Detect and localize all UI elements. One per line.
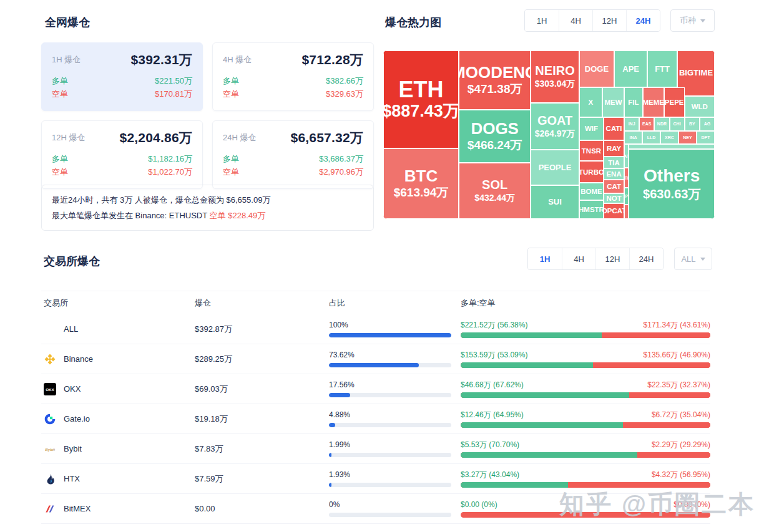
tile-symbol: DOGS bbox=[471, 119, 519, 138]
treemap-tile-ney[interactable]: NEY bbox=[678, 131, 697, 144]
treemap-tile-ti[interactable]: TI bbox=[624, 168, 629, 188]
share-percent-label: 4.88% bbox=[329, 410, 461, 419]
treemap-tile-tnsr[interactable]: TNSR bbox=[579, 140, 604, 161]
treemap-tile-wif[interactable]: WIF bbox=[579, 117, 604, 140]
liquidation-card-4h[interactable]: 4H 爆仓$712.28万多单$382.66万空单$329.63万 bbox=[212, 42, 374, 111]
liquidation-dashboard: 全网爆仓 1H 爆仓$392.31万多单$221.50万空单$170.81万4H… bbox=[0, 0, 764, 532]
exchange-tab-24h[interactable]: 24H bbox=[629, 248, 663, 269]
tile-symbol: MOODENG bbox=[459, 63, 531, 82]
long-label: 多单 bbox=[223, 74, 239, 87]
tile-symbol: BIGTIME bbox=[679, 68, 713, 78]
tile-symbol: BTC bbox=[404, 167, 438, 185]
treemap-tile-meme[interactable]: MEME bbox=[643, 87, 664, 117]
treemap-tile-neiro[interactable]: NEIRO$303.04万 bbox=[531, 51, 579, 103]
treemap-tile-eth[interactable]: ETH$887.43万 bbox=[383, 51, 459, 148]
treemap-tile-pepe[interactable]: PEPE bbox=[664, 87, 685, 117]
treemap-tile-ag[interactable]: AG bbox=[700, 117, 715, 131]
share-percent-label: 0% bbox=[329, 500, 461, 509]
summary-line2-short-amount: 空单 $228.49万 bbox=[210, 211, 266, 220]
coin-dropdown[interactable]: 币种 bbox=[670, 9, 715, 32]
table-row-htx[interactable]: HTX$7.59万1.93%$3.27万 (43.04%)$4.32万 (56.… bbox=[41, 464, 710, 494]
tile-symbol: TURBO bbox=[579, 168, 604, 177]
treemap-tile-ftt[interactable]: FTT bbox=[647, 51, 677, 87]
tile-symbol: SOL bbox=[482, 177, 507, 192]
long-amount: $46.68万 (67.62%) bbox=[461, 380, 524, 389]
short-bar-segment bbox=[623, 422, 710, 428]
table-row-bitmex[interactable]: BitMEX$0.000%$0.00 (0%)$0.00 (0%) bbox=[41, 494, 710, 524]
heatmap-tab-24h[interactable]: 24H bbox=[626, 10, 660, 31]
treemap-tile-dogs[interactable]: DOGS$466.24万 bbox=[459, 110, 531, 163]
long-short-cell: $12.46万 (64.95%)$6.72万 (35.04%) bbox=[461, 410, 710, 428]
treemap-tile-cati[interactable]: CATI bbox=[604, 117, 624, 140]
treemap-tile-chi[interactable]: CHI bbox=[670, 117, 685, 131]
share-percent-label: 100% bbox=[329, 321, 461, 329]
liquidation-card-24h[interactable]: 24H 爆仓$6,657.32万多单$3,686.37万空单$2,970.96万 bbox=[212, 120, 374, 189]
treemap-tile-ape[interactable]: APE bbox=[614, 51, 647, 87]
heatmap-tab-12h[interactable]: 12H bbox=[592, 10, 626, 31]
treemap-tile-bome[interactable]: BOME bbox=[579, 183, 604, 200]
treemap-tile-tia[interactable]: TIA bbox=[604, 157, 624, 168]
treemap-tile-doge[interactable]: DOGE bbox=[579, 51, 614, 87]
table-row-binance[interactable]: Binance$289.25万73.62%$153.59万 (53.09%)$1… bbox=[41, 344, 710, 374]
treemap-tile-filler[interactable] bbox=[629, 144, 715, 149]
treemap-tile-filler[interactable] bbox=[624, 205, 629, 219]
short-bar-segment bbox=[568, 482, 710, 488]
exchange-name: Binance bbox=[64, 354, 93, 364]
treemap-tile-xrc[interactable]: XRC bbox=[660, 131, 678, 144]
liquidation-card-1h[interactable]: 1H 爆仓$392.31万多单$221.50万空单$170.81万 bbox=[41, 42, 203, 111]
treemap-tile-turbo[interactable]: TURBO bbox=[579, 161, 604, 183]
share-cell: 100% bbox=[329, 321, 461, 337]
treemap-tile-opcat[interactable]: OPCAT bbox=[604, 203, 624, 219]
tile-symbol: EAS bbox=[642, 121, 651, 127]
share-progress-track bbox=[329, 393, 451, 397]
treemap-tile-hmstr[interactable]: HMSTR bbox=[579, 200, 604, 219]
overview-cards: 1H 爆仓$392.31万多单$221.50万空单$170.81万4H 爆仓$7… bbox=[41, 42, 374, 189]
tile-symbol: RAY bbox=[607, 144, 621, 153]
treemap-tile-wld[interactable]: WLD bbox=[685, 96, 715, 117]
treemap-tile-ina[interactable]: INA bbox=[624, 131, 642, 144]
treemap-tile-moodeng[interactable]: MOODENG$471.38万 bbox=[459, 51, 531, 110]
exchange-tab-12h[interactable]: 12H bbox=[595, 248, 629, 269]
tile-symbol: NEY bbox=[683, 135, 692, 140]
treemap-tile-not[interactable]: NOT bbox=[604, 193, 624, 203]
treemap-tile-mew[interactable]: MEW bbox=[602, 87, 624, 117]
treemap-tile-sol[interactable]: SOL$432.44万 bbox=[459, 163, 531, 219]
treemap-tile-people[interactable]: PEOPLE bbox=[531, 150, 579, 185]
exchange-filter-dropdown[interactable]: ALL bbox=[674, 248, 712, 270]
heatmap-tab-4h[interactable]: 4H bbox=[559, 10, 592, 31]
treemap-tile-lld[interactable]: LLD bbox=[642, 131, 660, 144]
tile-value: $887.43万 bbox=[383, 102, 459, 120]
treemap-tile-ena[interactable]: ENA bbox=[604, 168, 624, 180]
treemap-tile-dpt[interactable]: DPT bbox=[697, 131, 715, 144]
share-percent-label: 17.56% bbox=[329, 380, 461, 389]
table-row-bybit[interactable]: BybitBybit$7.83万1.99%$5.53万 (70.70%)$2.2… bbox=[41, 434, 710, 464]
treemap-tile-goat[interactable]: GOAT$264.97万 bbox=[531, 103, 579, 150]
exchange-tab-4h[interactable]: 4H bbox=[562, 248, 595, 269]
treemap-tile-fil[interactable]: FIL bbox=[624, 87, 643, 117]
table-row-gateio[interactable]: Gate.io$19.18万4.88%$12.46万 (64.95%)$6.72… bbox=[41, 404, 710, 434]
treemap-tile-p[interactable]: P bbox=[624, 188, 629, 205]
summary-box: 最近24小时，共有 3万 人被爆仓，爆仓总金额为 $6,655.09万 最大单笔… bbox=[41, 185, 374, 231]
table-row-all[interactable]: ALL$392.87万100%$221.52万 (56.38%)$171.34万… bbox=[41, 314, 710, 344]
treemap-tile-btc[interactable]: BTC$613.94万 bbox=[383, 148, 459, 219]
heatmap-tab-1h[interactable]: 1H bbox=[525, 10, 559, 31]
treemap-tile-sui[interactable]: SUI bbox=[531, 185, 579, 219]
treemap-tile-x[interactable]: X bbox=[579, 87, 602, 117]
exchange-tab-1h[interactable]: 1H bbox=[528, 248, 562, 269]
treemap-tile-at[interactable]: AT bbox=[624, 144, 629, 168]
long-short-bar bbox=[461, 332, 710, 338]
treemap-tile-others[interactable]: Others$630.63万 bbox=[629, 149, 715, 219]
short-label: 空单 bbox=[223, 87, 239, 100]
treemap-tile-cat[interactable]: CAT bbox=[604, 180, 624, 193]
treemap-tile-inj[interactable]: INJ bbox=[624, 117, 639, 131]
short-value: $2,970.96万 bbox=[319, 165, 363, 178]
treemap-tile-ndr[interactable]: NDR bbox=[654, 117, 669, 131]
treemap-tile-by[interactable]: BY bbox=[685, 117, 700, 131]
exchange-name: Gate.io bbox=[64, 414, 90, 423]
treemap-tile-eas[interactable]: EAS bbox=[639, 117, 654, 131]
liquidation-card-12h[interactable]: 12H 爆仓$2,204.86万多单$1,182.16万空单$1,022.70万 bbox=[41, 120, 203, 189]
table-row-okx[interactable]: OKXOKX$69.03万17.56%$46.68万 (67.62%)$22.3… bbox=[41, 374, 710, 404]
long-short-cell: $221.52万 (56.38%)$171.34万 (43.61%) bbox=[461, 321, 710, 338]
treemap-tile-ray[interactable]: RAY bbox=[604, 140, 624, 157]
exchange-name: ALL bbox=[64, 324, 78, 334]
